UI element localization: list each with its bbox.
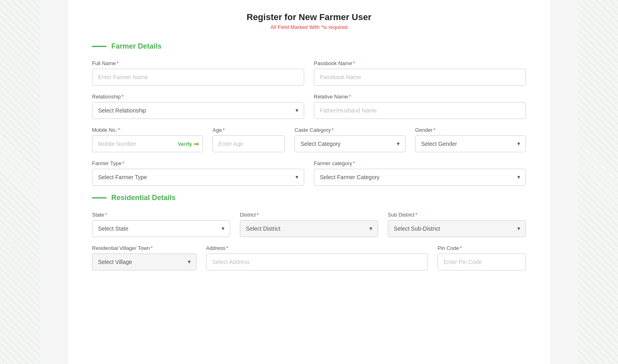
address-group: Address* [206,245,428,270]
residential-details-header: Residential Details [92,194,526,202]
residential-section-line [92,197,106,198]
village-select-wrapper: Select Village ▼ [92,254,196,270]
page-subtitle: All Field Marked With *is required [92,24,526,30]
village-label: Residential Village/ Town* [92,245,196,251]
full-name-label: Full Name* [92,60,304,66]
row-name: Full Name* Passbook Name* [92,60,526,86]
caste-category-group: Caste Category* Select Category ▼ [295,127,405,152]
farmer-category-group: Farmer category* Select Farmer Category … [314,160,526,186]
address-input[interactable] [206,254,428,270]
village-group: Residential Village/ Town* Select Villag… [92,245,196,270]
sub-district-select[interactable]: Select Sub-District [388,220,526,237]
farmer-category-label: Farmer category* [314,160,526,166]
district-group: District* Select District ▼ [240,212,378,237]
passbook-name-label: Passbook Name* [314,60,526,66]
relationship-select[interactable]: Select Relationship [92,102,304,119]
mobile-label: Mobile No.* [92,127,203,133]
pin-code-label: Pin Code* [438,245,526,251]
farmer-type-group: Farmer Type* Select Farmer Type ▼ [92,160,304,186]
district-select[interactable]: Select District [240,220,378,237]
full-name-input[interactable] [92,69,304,86]
gender-label: Gender* [415,127,526,133]
state-select[interactable]: Select State [92,220,230,237]
mobile-group: Mobile No.* Verify ➡ [92,127,203,152]
passbook-name-group: Passbook Name* [314,60,526,86]
residential-details-section: State* Select State ▼ District* Select D… [92,212,526,270]
row-mobile-age: Mobile No.* Verify ➡ Age* Caste [92,127,526,152]
gender-group: Gender* Select Gender ▼ [415,127,526,152]
relationship-label: Relationship* [92,94,304,100]
state-select-wrapper: Select State ▼ [92,220,230,237]
state-label: State* [92,212,230,218]
relationship-group: Relationship* Select Relationship ▼ [92,94,304,119]
sub-district-select-wrapper: Select Sub-District ▼ [388,220,526,237]
relationship-select-wrapper: Select Relationship ▼ [92,102,304,119]
residential-details-title: Residential Details [111,194,176,202]
age-group: Age* [213,127,285,152]
farmer-type-select[interactable]: Select Farmer Type [92,169,304,186]
age-input[interactable] [213,135,285,152]
age-label: Age* [213,127,285,133]
farmer-details-section: Full Name* Passbook Name* Relationship* … [92,60,526,186]
verify-button[interactable]: Verify ➡ [178,140,199,148]
farmer-category-select[interactable]: Select Farmer Category [314,169,526,186]
caste-category-select[interactable]: Select Category [295,135,405,152]
district-label: District* [240,212,378,218]
subtitle-prefix: All Field Marked With [270,24,321,30]
row-relationship: Relationship* Select Relationship ▼ Rela… [92,94,526,119]
subtitle-suffix: is required [323,24,348,30]
relative-name-input[interactable] [314,102,526,119]
gender-select-wrapper: Select Gender ▼ [415,135,526,152]
caste-category-label: Caste Category* [295,127,405,133]
main-container: Register for New Farmer User All Field M… [68,0,550,364]
row-village-address: Residential Village/ Town* Select Villag… [92,245,526,270]
relative-name-label: Relative Name* [314,94,526,100]
section-line [92,46,106,47]
farmer-type-select-wrapper: Select Farmer Type ▼ [92,169,304,186]
relative-name-group: Relative Name* [314,94,526,119]
page-title: Register for New Farmer User [92,12,526,22]
row-state-district: State* Select State ▼ District* Select D… [92,212,526,237]
state-group: State* Select State ▼ [92,212,230,237]
address-label: Address* [206,245,428,251]
row-farmer-type: Farmer Type* Select Farmer Type ▼ Farmer… [92,160,526,186]
full-name-group: Full Name* [92,60,304,86]
pin-code-group: Pin Code* [438,245,526,270]
sub-district-group: Sub District* Select Sub-District ▼ [388,212,526,237]
caste-category-select-wrapper: Select Category ▼ [295,135,405,152]
farmer-details-title: Farmer Details [111,42,162,51]
farmer-type-label: Farmer Type* [92,160,304,166]
verify-label: Verify [178,141,192,147]
farmer-category-select-wrapper: Select Farmer Category ▼ [314,169,526,186]
village-select[interactable]: Select Village [92,254,196,270]
pin-code-input[interactable] [438,254,526,270]
passbook-name-input[interactable] [314,69,526,86]
farmer-details-header: Farmer Details [92,42,526,51]
gender-select[interactable]: Select Gender [415,135,526,152]
mobile-input-wrapper: Verify ➡ [92,135,203,152]
sub-district-label: Sub District* [388,212,526,218]
district-select-wrapper: Select District ▼ [240,220,378,237]
verify-arrow-icon: ➡ [194,140,199,148]
